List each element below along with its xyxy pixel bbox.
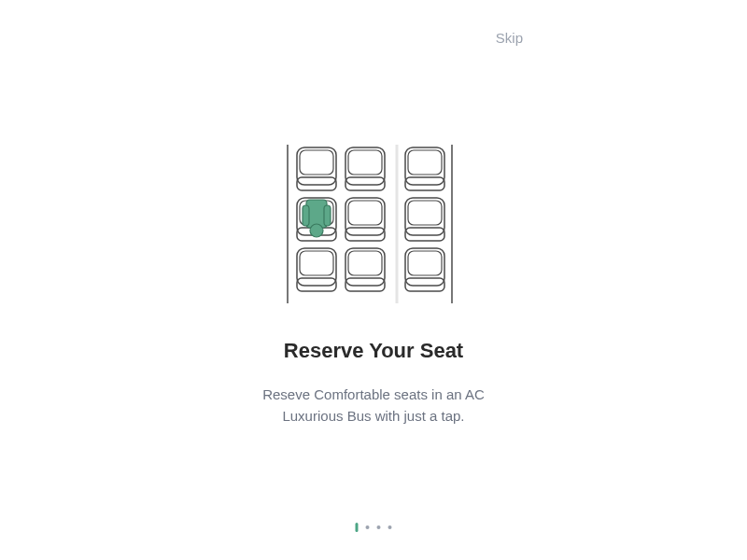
svg-rect-23 [405, 228, 444, 241]
svg-rect-8 [345, 177, 385, 190]
subtitle-line: Reseve Comfortable seats in an AC [262, 386, 485, 402]
svg-rect-22 [408, 201, 442, 225]
svg-rect-4 [300, 150, 333, 175]
svg-rect-16 [324, 205, 331, 226]
seat-icon [405, 147, 444, 190]
svg-rect-7 [348, 150, 382, 175]
skip-button[interactable]: Skip [496, 30, 523, 46]
svg-rect-5 [297, 177, 336, 190]
svg-rect-18 [345, 198, 385, 235]
svg-rect-27 [345, 248, 385, 286]
svg-rect-9 [405, 147, 444, 185]
seat-icon [345, 248, 385, 291]
seat-icon [345, 147, 385, 190]
svg-rect-32 [405, 278, 444, 291]
page-dot[interactable] [377, 525, 381, 529]
subtitle-line: Luxurious Bus with just a tap. [282, 408, 464, 424]
svg-rect-6 [345, 147, 385, 185]
seat-icon [297, 147, 336, 190]
seat-illustration [280, 140, 467, 308]
svg-rect-24 [297, 248, 336, 286]
svg-rect-19 [348, 201, 382, 225]
svg-point-17 [310, 224, 323, 237]
svg-rect-25 [300, 251, 333, 275]
svg-rect-15 [303, 205, 309, 226]
svg-rect-20 [345, 228, 385, 241]
svg-rect-10 [408, 150, 442, 175]
seat-icon [405, 248, 444, 291]
seat-icon [405, 198, 444, 241]
page-dot-active[interactable] [356, 523, 359, 532]
pagination-dots [356, 523, 392, 532]
page-dot[interactable] [366, 525, 370, 529]
svg-rect-30 [405, 248, 444, 286]
svg-rect-29 [345, 278, 385, 291]
seat-icon [345, 198, 385, 241]
seat-selected-icon [297, 198, 336, 241]
svg-rect-31 [408, 251, 442, 275]
svg-rect-28 [348, 251, 382, 275]
onboarding-title: Reserve Your Seat [0, 339, 747, 363]
svg-rect-26 [297, 278, 336, 291]
svg-rect-21 [405, 198, 444, 235]
seat-icon [297, 248, 336, 291]
page-dot[interactable] [388, 525, 392, 529]
onboarding-subtitle: Reseve Comfortable seats in an AC Luxuri… [0, 385, 747, 427]
svg-rect-3 [297, 147, 336, 185]
svg-rect-11 [405, 177, 444, 190]
